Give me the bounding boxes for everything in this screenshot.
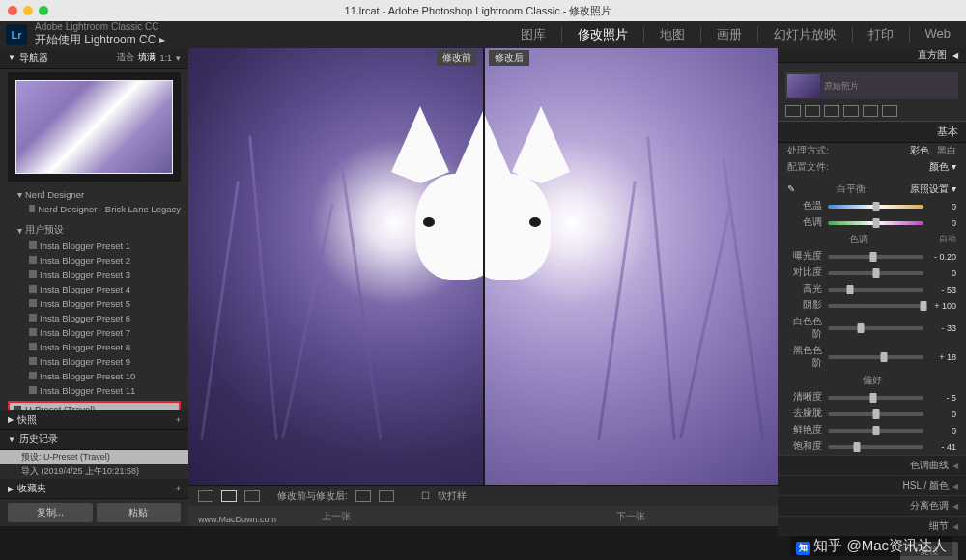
presets-tree: ▾Nerd Designer Nerd Designer - Brick Lan… (0, 185, 188, 410)
temp-slider[interactable] (828, 205, 923, 209)
profile-label: 配置文件: (787, 161, 829, 174)
module-web[interactable]: Web (909, 26, 952, 43)
preset-item[interactable]: Insta Blogger Preset 11 (0, 383, 188, 398)
module-print[interactable]: 打印 (852, 26, 894, 43)
preset-item[interactable]: Nerd Designer - Brick Lane Legacy (0, 202, 188, 216)
redeye-tool-icon[interactable] (824, 105, 839, 117)
before-after-lr-icon[interactable] (221, 490, 237, 502)
loupe-view-icon[interactable] (198, 490, 213, 502)
traffic-lights (0, 6, 48, 15)
preset-item[interactable]: Insta Blogger Preset 6 (0, 311, 188, 325)
preset-item[interactable]: Insta Blogger Preset 8 (0, 340, 188, 354)
module-book[interactable]: 画册 (700, 26, 742, 43)
tone-curve-panel[interactable]: 色调曲线 (778, 455, 966, 475)
treatment-bw[interactable]: 黑白 (937, 145, 956, 157)
after-image[interactable]: 修改后 (483, 48, 778, 485)
app-header: Lr Adobe Lightroom Classic CC 开始使用 Light… (0, 21, 966, 48)
module-library[interactable]: 图库 (521, 26, 546, 43)
compare-label: 修改前与修改后: (277, 490, 348, 503)
maximize-window-icon[interactable] (39, 6, 48, 15)
split-toning-panel[interactable]: 分离色调 (778, 495, 966, 516)
auto-tone-button[interactable]: 自动 (939, 233, 956, 245)
profile-select[interactable]: 颜色 ▾ (929, 161, 956, 174)
basic-panel-header[interactable]: 基本 (778, 121, 966, 143)
photo-viewport: ◀ ▶ 修改前 修改后 (188, 48, 778, 526)
navigator-title: 导航器 (19, 51, 48, 65)
disclosure-icon: ▼ (8, 53, 15, 62)
before-image[interactable]: 修改前 (188, 48, 483, 485)
blacks-slider[interactable] (828, 355, 923, 359)
tone-section: 色调 (849, 234, 868, 244)
preset-group-nerd[interactable]: ▾Nerd Designer (0, 187, 188, 202)
vibrance-slider[interactable] (828, 429, 923, 433)
contrast-slider[interactable] (828, 271, 923, 275)
preset-selected[interactable]: U-Preset (Travel) (8, 401, 181, 410)
right-panel: 直方图◀ 原始照片 基本 处理方式: 彩色黑白 配置文件: (778, 48, 966, 526)
navigator-preview[interactable] (8, 72, 181, 182)
soft-proof-checkbox[interactable]: 软打样 (438, 490, 467, 503)
snapshot-header[interactable]: ▶快照+ (0, 410, 188, 431)
paste-button[interactable]: 粘贴 (97, 503, 182, 522)
minimize-window-icon[interactable] (23, 6, 33, 15)
module-slideshow[interactable]: 幻灯片放映 (757, 26, 837, 43)
app-subtitle[interactable]: 开始使用 Lightroom CC ▸ (35, 32, 165, 48)
before-after-tb-icon[interactable] (244, 490, 260, 502)
history-item[interactable]: 预设: U-Preset (Travel) (0, 450, 188, 464)
preset-item[interactable]: Insta Blogger Preset 5 (0, 296, 188, 311)
spot-tool-icon[interactable] (805, 105, 820, 117)
history-item[interactable]: 导入 (2019/4/25 上午10:21:58) (0, 464, 188, 479)
treatment-color[interactable]: 彩色 (910, 145, 929, 157)
saturation-slider[interactable] (828, 445, 923, 449)
prev-photo-button[interactable]: 上一张 (322, 510, 351, 523)
module-develop[interactable]: 修改照片 (561, 26, 628, 43)
histogram-header[interactable]: 直方图◀ (778, 48, 966, 63)
preset-item[interactable]: Insta Blogger Preset 7 (0, 325, 188, 340)
tint-slider[interactable] (828, 221, 923, 225)
left-panel: ▼ 导航器 适合 填满 1:1 ▾ ▾Nerd Designer Nerd De… (0, 48, 188, 526)
nav-fit[interactable]: 适合 (117, 51, 134, 64)
original-photo-strip[interactable]: 原始照片 (785, 72, 958, 99)
nav-fill[interactable]: 填满 (138, 51, 156, 64)
wb-label: 白平衡: (837, 183, 868, 196)
preset-item[interactable]: Insta Blogger Preset 10 (0, 369, 188, 383)
swap-icon[interactable] (355, 490, 371, 502)
exposure-slider[interactable] (828, 255, 923, 259)
nav-zoom-menu-icon[interactable]: ▾ (176, 53, 181, 63)
treatment-label: 处理方式: (787, 145, 829, 157)
split-divider[interactable] (483, 48, 485, 485)
shadows-slider[interactable] (828, 304, 923, 308)
radial-tool-icon[interactable] (863, 105, 878, 117)
navigator-header[interactable]: ▼ 导航器 适合 填满 1:1 ▾ (0, 48, 188, 69)
crop-tool-icon[interactable] (785, 105, 801, 117)
brush-tool-icon[interactable] (882, 105, 897, 117)
history-header[interactable]: ▼历史记录 (0, 430, 188, 450)
preset-item[interactable]: Insta Blogger Preset 1 (0, 238, 188, 253)
copy-button[interactable]: 复制... (8, 503, 93, 522)
copy-settings-icon[interactable] (379, 490, 394, 502)
collections-header[interactable]: ▶收藏夹+ (0, 479, 188, 499)
highlights-slider[interactable] (828, 288, 923, 292)
module-picker: 图库 修改照片 地图 画册 幻灯片放映 打印 Web (521, 26, 967, 43)
preset-item[interactable]: Insta Blogger Preset 9 (0, 354, 188, 369)
nav-ratio[interactable]: 1:1 (159, 53, 172, 63)
window-titlebar: 11.lrcat - Adobe Photoshop Lightroom Cla… (0, 0, 966, 21)
dehaze-slider[interactable] (828, 412, 923, 416)
clarity-slider[interactable] (828, 396, 923, 400)
next-photo-button[interactable]: 下一张 (616, 510, 645, 523)
eyedropper-icon[interactable]: ✎ (787, 183, 795, 196)
preset-item[interactable]: Insta Blogger Preset 2 (0, 253, 188, 267)
module-map[interactable]: 地图 (643, 26, 685, 43)
zhihu-watermark: 知知乎 @Mac资讯达人 (790, 536, 952, 556)
presence-section: 偏好 (778, 372, 966, 389)
preset-item[interactable]: Insta Blogger Preset 3 (0, 267, 188, 282)
temp-label: 色温 (787, 200, 822, 212)
gradient-tool-icon[interactable] (843, 105, 859, 117)
whites-slider[interactable] (828, 326, 923, 330)
preset-group-user[interactable]: ▾用户预设 (0, 222, 188, 238)
watermark-url: www.MacDown.com (198, 515, 276, 524)
hsl-panel[interactable]: HSL / 颜色 (778, 475, 966, 495)
preset-item[interactable]: Insta Blogger Preset 4 (0, 282, 188, 296)
detail-panel[interactable]: 细节 (778, 516, 966, 536)
close-window-icon[interactable] (8, 6, 17, 15)
wb-select[interactable]: 原照设置 ▾ (910, 183, 956, 196)
